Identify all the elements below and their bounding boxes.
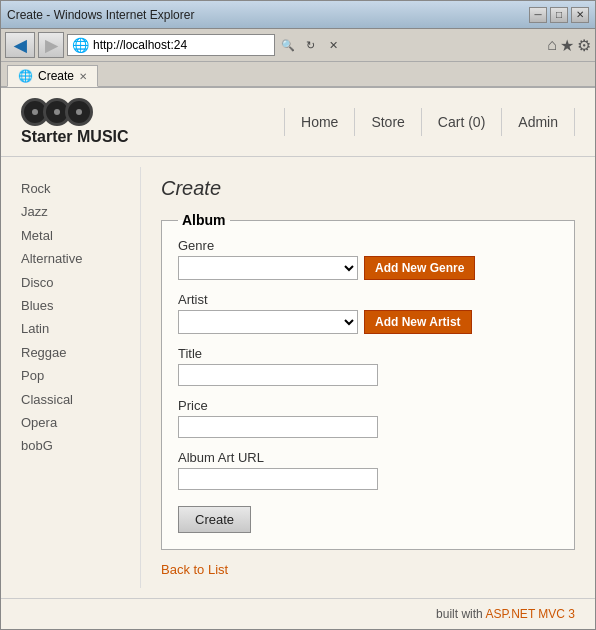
album-art-label: Album Art URL xyxy=(178,450,558,465)
logo-area: Starter MUSIC xyxy=(21,98,129,146)
search-button[interactable]: 🔍 xyxy=(278,34,298,56)
ie-icon: 🌐 xyxy=(72,37,89,53)
tab-bar: 🌐 Create ✕ xyxy=(1,62,595,88)
home-icon[interactable]: ⌂ xyxy=(547,36,557,54)
genre-label: Genre xyxy=(178,238,558,253)
artist-group: Artist Add New Artist xyxy=(178,292,558,334)
restore-button[interactable]: □ xyxy=(550,7,568,23)
content-area: Create Album Genre Add New Genre xyxy=(141,167,595,588)
title-input[interactable] xyxy=(178,364,378,386)
tab-icon: 🌐 xyxy=(18,69,33,83)
sidebar-pop[interactable]: Pop xyxy=(21,364,120,387)
sidebar-reggae[interactable]: Reggae xyxy=(21,341,120,364)
nav-row: ◀ ▶ 🌐 🔍 ↻ ✕ ⌂ ★ ⚙ xyxy=(1,29,595,62)
genre-group: Genre Add New Genre xyxy=(178,238,558,280)
sidebar-bobg[interactable]: bobG xyxy=(21,434,120,457)
refresh-button[interactable]: ↻ xyxy=(301,34,321,56)
genre-row: Add New Genre xyxy=(178,256,558,280)
create-button[interactable]: Create xyxy=(178,506,251,533)
favorites-icon[interactable]: ★ xyxy=(560,36,574,55)
main-content: Rock Jazz Metal Alternative Disco Blues … xyxy=(1,157,595,598)
artist-select[interactable] xyxy=(178,310,358,334)
add-artist-button[interactable]: Add New Artist xyxy=(364,310,472,334)
sidebar-rock[interactable]: Rock xyxy=(21,177,120,200)
artist-label: Artist xyxy=(178,292,558,307)
back-to-list-link[interactable]: Back to List xyxy=(161,562,228,577)
sidebar-disco[interactable]: Disco xyxy=(21,271,120,294)
sidebar-opera[interactable]: Opera xyxy=(21,411,120,434)
sidebar-jazz[interactable]: Jazz xyxy=(21,200,120,223)
album-fieldset: Album Genre Add New Genre Artist xyxy=(161,212,575,550)
artist-row: Add New Artist xyxy=(178,310,558,334)
site-nav: Home Store Cart (0) Admin xyxy=(284,108,575,136)
price-group: Price xyxy=(178,398,558,438)
album-art-group: Album Art URL xyxy=(178,450,558,490)
fieldset-legend: Album xyxy=(178,212,230,228)
settings-icon[interactable]: ⚙ xyxy=(577,36,591,55)
tab-close-button[interactable]: ✕ xyxy=(79,71,87,82)
address-input[interactable] xyxy=(93,38,270,52)
genre-select[interactable] xyxy=(178,256,358,280)
footer-text: built with xyxy=(436,607,485,621)
price-input[interactable] xyxy=(178,416,378,438)
page-area: Starter MUSIC Home Store Cart (0) Admin … xyxy=(1,88,595,629)
nav-admin[interactable]: Admin xyxy=(501,108,575,136)
back-button[interactable]: ◀ xyxy=(5,32,35,58)
sidebar-latin[interactable]: Latin xyxy=(21,317,120,340)
title-bar: Create - Windows Internet Explorer ─ □ ✕ xyxy=(1,1,595,29)
window-title: Create - Windows Internet Explorer xyxy=(7,8,194,22)
sidebar-metal[interactable]: Metal xyxy=(21,224,120,247)
sidebar-alternative[interactable]: Alternative xyxy=(21,247,120,270)
nav-store[interactable]: Store xyxy=(354,108,420,136)
active-tab[interactable]: 🌐 Create ✕ xyxy=(7,65,98,87)
minimize-button[interactable]: ─ xyxy=(529,7,547,23)
album-art-input[interactable] xyxy=(178,468,378,490)
page-title: Create xyxy=(161,177,575,200)
nav-home[interactable]: Home xyxy=(284,108,354,136)
title-label: Title xyxy=(178,346,558,361)
browser-window: Create - Windows Internet Explorer ─ □ ✕… xyxy=(0,0,596,630)
add-genre-button[interactable]: Add New Genre xyxy=(364,256,475,280)
site-title: Starter MUSIC xyxy=(21,128,129,146)
logo-discs xyxy=(21,98,129,126)
stop-button[interactable]: ✕ xyxy=(324,34,344,56)
site-header: Starter MUSIC Home Store Cart (0) Admin xyxy=(1,88,595,157)
site-footer: built with ASP.NET MVC 3 xyxy=(1,598,595,629)
forward-button[interactable]: ▶ xyxy=(38,32,64,58)
nav-cart[interactable]: Cart (0) xyxy=(421,108,501,136)
title-group: Title xyxy=(178,346,558,386)
window-controls: ─ □ ✕ xyxy=(529,7,589,23)
disc-3 xyxy=(65,98,93,126)
sidebar: Rock Jazz Metal Alternative Disco Blues … xyxy=(1,167,141,588)
footer-highlight: ASP.NET MVC 3 xyxy=(485,607,575,621)
sidebar-blues[interactable]: Blues xyxy=(21,294,120,317)
price-label: Price xyxy=(178,398,558,413)
sidebar-classical[interactable]: Classical xyxy=(21,388,120,411)
tab-label: Create xyxy=(38,69,74,83)
address-bar[interactable]: 🌐 xyxy=(67,34,275,56)
close-button[interactable]: ✕ xyxy=(571,7,589,23)
